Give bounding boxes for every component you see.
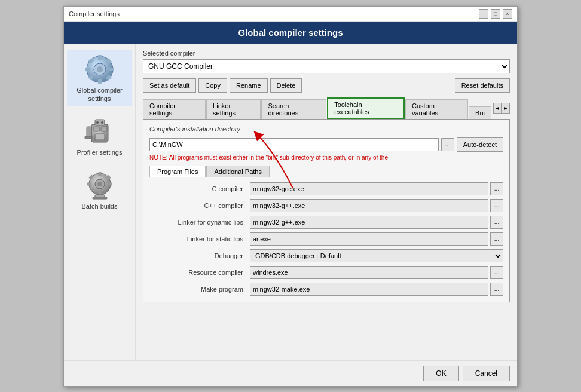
install-dir-section-title: Compiler's installation directory [149, 125, 503, 133]
tab-compiler-settings[interactable]: Compiler settings [143, 99, 206, 119]
tabs-bar: Compiler settings Linker settings Search… [143, 97, 510, 120]
resource-compiler-label: Resource compiler: [149, 269, 245, 276]
cpp-compiler-browse[interactable]: ... [490, 199, 503, 212]
tab-next-arrow[interactable]: ► [502, 103, 510, 114]
minimize-button[interactable]: — [479, 9, 488, 19]
sub-tab-additional-paths[interactable]: Additional Paths [206, 166, 270, 177]
tab-custom-variables[interactable]: Custom variables [405, 99, 468, 119]
right-panel: Selected compiler GNU GCC Compiler Set a… [136, 44, 517, 360]
header-bar: Global compiler settings [64, 22, 517, 44]
svg-rect-29 [95, 195, 105, 197]
sidebar-label-profiler: Profiler settings [77, 148, 123, 157]
footer: OK Cancel [64, 360, 517, 386]
svg-rect-14 [95, 134, 105, 140]
sidebar: Global compilersettings [64, 44, 136, 360]
sub-tabs-row: Program Files Additional Paths [149, 166, 503, 177]
make-program-input[interactable] [250, 283, 488, 296]
svg-rect-19 [85, 136, 92, 139]
gear-icon [83, 53, 117, 86]
svg-rect-5 [85, 68, 90, 71]
main-content: Global compilersettings [64, 44, 517, 360]
c-compiler-row: ... [250, 182, 503, 195]
c-compiler-label: C compiler: [149, 185, 245, 192]
maximize-button[interactable]: □ [491, 9, 500, 19]
tab-linker-settings[interactable]: Linker settings [206, 99, 261, 119]
svg-rect-3 [98, 55, 102, 60]
rename-button[interactable]: Rename [230, 78, 268, 93]
ok-button[interactable]: OK [423, 366, 458, 381]
linker-static-browse[interactable]: ... [490, 232, 503, 246]
resource-compiler-input[interactable] [250, 266, 488, 279]
cpp-compiler-label: C++ compiler: [149, 202, 245, 209]
form-grid: C compiler: ... C++ compiler: ... Linker… [149, 182, 503, 296]
svg-point-17 [101, 121, 103, 124]
selected-compiler-label: Selected compiler [143, 50, 510, 57]
sidebar-label-global-compiler: Global compilersettings [77, 86, 122, 103]
window-title: Compiler settings [69, 10, 120, 17]
delete-button[interactable]: Delete [270, 78, 302, 93]
linker-dynamic-row: ... [250, 216, 503, 229]
svg-rect-18 [87, 127, 91, 137]
batch-builds-icon [83, 169, 117, 202]
title-bar-controls: — □ × [479, 9, 512, 19]
close-button[interactable]: × [503, 9, 512, 19]
reset-defaults-button[interactable]: Reset defaults [455, 78, 510, 93]
install-dir-browse-button[interactable]: ... [441, 138, 454, 151]
auto-detect-button[interactable]: Auto-detect [457, 137, 503, 152]
svg-point-16 [96, 121, 99, 124]
toolbar-row: Set as default Copy Rename Delete Reset … [143, 78, 510, 93]
compiler-select[interactable]: GNU GCC Compiler [143, 59, 510, 74]
make-program-browse[interactable]: ... [490, 283, 503, 296]
c-compiler-browse[interactable]: ... [490, 182, 503, 195]
cancel-button[interactable]: Cancel [463, 366, 510, 381]
cpp-compiler-row: ... [250, 199, 503, 212]
title-bar: Compiler settings — □ × [64, 7, 517, 22]
cpp-compiler-input[interactable] [250, 199, 488, 212]
c-compiler-input[interactable] [250, 182, 488, 195]
compiler-select-row: GNU GCC Compiler [143, 59, 510, 74]
sidebar-label-batch-builds: Batch builds [82, 202, 118, 210]
svg-rect-4 [98, 79, 102, 84]
sidebar-item-profiler[interactable]: Profiler settings [67, 112, 132, 160]
svg-rect-6 [109, 68, 114, 71]
note-text: NOTE: All programs must exist either in … [149, 154, 503, 161]
tab-toolchain-executables[interactable]: Toolchain executables [327, 97, 405, 119]
linker-dynamic-input[interactable] [250, 216, 488, 229]
compiler-settings-window: Compiler settings — □ × Global compiler … [63, 6, 518, 387]
sidebar-item-batch-builds[interactable]: Batch builds [67, 166, 132, 213]
svg-point-2 [97, 66, 103, 72]
svg-rect-25 [87, 183, 91, 186]
svg-rect-13 [101, 127, 107, 131]
make-program-row: ... [250, 283, 503, 296]
svg-point-22 [97, 182, 102, 186]
tab-navigation: ◄ ► [493, 103, 510, 114]
svg-rect-23 [98, 172, 101, 176]
sidebar-item-global-compiler[interactable]: Global compilersettings [67, 50, 132, 106]
svg-rect-26 [108, 183, 112, 186]
debugger-select[interactable]: GDB/CDB debugger : Default [250, 249, 503, 262]
linker-static-label: Linker for static libs: [149, 235, 245, 243]
tab-search-directories[interactable]: Search directories [261, 99, 326, 119]
sub-tab-program-files[interactable]: Program Files [149, 166, 206, 177]
debugger-label: Debugger: [149, 252, 245, 259]
linker-static-input[interactable] [250, 232, 488, 246]
install-dir-input[interactable] [149, 138, 439, 151]
tab-prev-arrow[interactable]: ◄ [493, 103, 502, 114]
linker-dynamic-label: Linker for dynamic libs: [149, 219, 245, 226]
svg-rect-30 [93, 197, 107, 199]
resource-compiler-browse[interactable]: ... [490, 266, 503, 279]
make-program-label: Make program: [149, 286, 245, 293]
panel-content: Compiler's installation directory ... Au… [143, 120, 510, 302]
header-title: Global compiler settings [238, 27, 343, 38]
profiler-icon [83, 115, 117, 148]
debugger-row: GDB/CDB debugger : Default [250, 249, 503, 262]
tab-bui[interactable]: Bui [469, 106, 491, 119]
svg-rect-12 [94, 127, 100, 131]
linker-dynamic-browse[interactable]: ... [490, 216, 503, 229]
install-dir-row: ... Auto-detect [149, 137, 503, 152]
copy-button[interactable]: Copy [198, 78, 227, 93]
resource-compiler-row: ... [250, 266, 503, 279]
linker-static-row: ... [250, 232, 503, 246]
set-default-button[interactable]: Set as default [143, 78, 196, 93]
